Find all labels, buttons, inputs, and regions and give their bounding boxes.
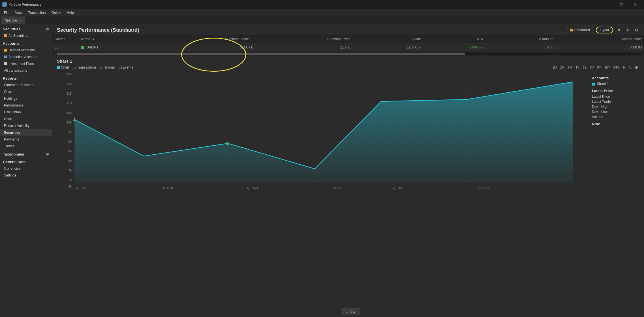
- time-2y[interactable]: 2Y: [582, 65, 587, 69]
- tab-bar: *test.xml ✕: [0, 16, 644, 24]
- maximize-button[interactable]: □: [615, 0, 628, 9]
- tab-close-icon[interactable]: ✕: [19, 19, 22, 22]
- time-5y[interactable]: 5Y: [597, 65, 602, 69]
- quote-up-icon: ▲: [418, 46, 421, 49]
- time-10y[interactable]: 10Y: [604, 65, 611, 69]
- add-taxonomies-button[interactable]: ⊕: [46, 152, 49, 156]
- time-1m[interactable]: 1M: [552, 65, 557, 69]
- col-header-name[interactable]: Name ▲ ↔: [79, 35, 176, 43]
- sidebar-item-all-securities[interactable]: All Securities: [0, 32, 52, 39]
- info-days-low: Day's Low: [592, 109, 639, 114]
- checkbox-trades[interactable]: □ Trades: [100, 65, 115, 69]
- menu-file[interactable]: File: [1, 10, 12, 16]
- resize-handle-pv[interactable]: ↔: [250, 37, 253, 41]
- note-label: Note: [592, 122, 639, 126]
- col-header-market-value[interactable]: Market Value: [556, 35, 644, 43]
- sidebar-item-performance[interactable]: Performance: [0, 102, 52, 109]
- minimize-button[interactable]: —: [602, 0, 615, 9]
- time-h[interactable]: H: [622, 65, 626, 69]
- app-title: Portfolio Performance: [8, 3, 602, 7]
- sidebar-item-chart-2[interactable]: Chart: [0, 116, 52, 122]
- sidebar: Securities ⊕ All Securities Accounts Dep…: [0, 24, 52, 317]
- chart-settings-button[interactable]: ⚙: [634, 65, 639, 70]
- sidebar-item-settings[interactable]: Settings: [0, 172, 52, 179]
- menu-help[interactable]: Help: [64, 10, 77, 16]
- view-icon: [570, 29, 573, 31]
- horizontal-scrollbar[interactable]: [52, 52, 644, 56]
- deposit-accounts-icon: [4, 49, 7, 52]
- securities-table: Shares Name ▲ ↔ Purchase Value ↔: [52, 35, 644, 52]
- menu-transaction[interactable]: Transaction: [25, 10, 48, 16]
- col-header-shares[interactable]: Shares: [52, 35, 79, 43]
- time-ytd[interactable]: YTD: [613, 65, 620, 69]
- year-filter-button[interactable]: 1 year: [596, 27, 613, 33]
- chart-container[interactable]: 125 120 115 110 105 100 95 90 85 80 75 7…: [57, 71, 587, 190]
- add-securities-button[interactable]: ⊕: [46, 27, 49, 31]
- all-securities-icon: [4, 34, 7, 37]
- sidebar-section-securities: Securities ⊕: [0, 24, 52, 32]
- chart-controls: ✓ Chart □ Transactions □ Trades □ Events: [57, 65, 644, 70]
- table-row[interactable]: 30 Share 1 3,300.00 110.00 120.00 ▲ 9.09: [52, 43, 644, 52]
- table-header-row: Shares Name ▲ ↔ Purchase Value ↔: [52, 35, 644, 43]
- cell-market-value: 3,600.00: [556, 43, 644, 52]
- svg-text:100: 100: [67, 121, 72, 124]
- tab-test-xml[interactable]: *test.xml ✕: [1, 16, 25, 24]
- scrollbar-track: [57, 53, 639, 55]
- info-volume: Volume: [592, 114, 639, 120]
- time-2m[interactable]: 2M: [560, 65, 565, 69]
- sidebar-item-all-transactions[interactable]: All transactions: [0, 67, 52, 74]
- download-button[interactable]: ⬇: [625, 27, 631, 33]
- close-button[interactable]: ✕: [629, 0, 642, 9]
- buy-icon: ▲: [346, 310, 348, 314]
- cb-trades-icon: □: [100, 66, 103, 69]
- cb-transactions-icon: □: [73, 66, 76, 69]
- sidebar-item-chart-1[interactable]: Chart: [0, 88, 52, 95]
- checkbox-chart[interactable]: ✓ Chart: [57, 65, 69, 69]
- buy-button[interactable]: ▲ Buy: [341, 309, 360, 315]
- menu-online[interactable]: Online: [48, 10, 64, 16]
- sidebar-item-securities-accounts[interactable]: Securities Accounts: [0, 54, 52, 60]
- col-header-purchase-value[interactable]: Purchase Value ↔: [176, 35, 256, 43]
- info-latest-price: Latest Price: [592, 94, 639, 99]
- time-3y[interactable]: 3Y: [589, 65, 594, 69]
- chart-title: Share 1: [57, 59, 644, 63]
- sidebar-item-securities-subsection[interactable]: Securities: [0, 129, 52, 136]
- time-1y[interactable]: 1Y: [575, 65, 580, 69]
- sidebar-item-return-volatility[interactable]: Return / Volatility: [0, 122, 52, 129]
- menu-view[interactable]: View: [12, 10, 25, 16]
- app-icon: [2, 2, 7, 7]
- time-period-controls: 1M 2M 6M 1Y 2Y 3Y 5Y 10Y YTD H A ⚙: [552, 65, 639, 70]
- checkbox-transactions[interactable]: □ Transactions: [73, 65, 96, 69]
- view-standaard-button[interactable]: Standaard: [567, 27, 593, 33]
- col-header-delta-amount[interactable]: Δ amount: [485, 35, 556, 43]
- sidebar-item-currencies[interactable]: Currencies: [0, 165, 52, 172]
- col-header-quote[interactable]: Quote: [353, 35, 423, 43]
- scrollbar-thumb[interactable]: [57, 53, 465, 55]
- sidebar-item-calculation[interactable]: Calculation: [0, 109, 52, 116]
- cell-delta-amount: 10.00: [485, 43, 556, 52]
- time-a[interactable]: A: [628, 65, 631, 69]
- sidebar-item-investment-plans[interactable]: Investment Plans: [0, 60, 52, 67]
- sidebar-item-trades[interactable]: Trades: [0, 143, 52, 150]
- sidebar-item-holdings[interactable]: Holdings: [0, 95, 52, 102]
- chart-info-sidebar: Accounts Share 1 Latest Price Latest Pri…: [587, 71, 644, 307]
- chart-main: 125 120 115 110 105 100 95 90 85 80 75 7…: [57, 71, 644, 307]
- latest-price-section: Latest Price: [592, 89, 639, 93]
- time-6m[interactable]: 6M: [567, 65, 573, 69]
- col-header-delta-pct[interactable]: Δ %: [423, 35, 485, 43]
- filter-button[interactable]: ▼: [616, 27, 622, 33]
- sidebar-item-payments[interactable]: Payments: [0, 136, 52, 143]
- col-header-purchase-price[interactable]: Purchase Price: [255, 35, 352, 43]
- info-share1: Share 1: [592, 81, 639, 86]
- resize-handle-name[interactable]: ↔: [96, 37, 99, 41]
- svg-text:110: 110: [67, 102, 72, 105]
- header-controls: Standaard 1 year ▼ ⬇ ⚙: [567, 27, 639, 33]
- svg-text:70: 70: [68, 179, 72, 182]
- sidebar-item-deposit-accounts[interactable]: Deposit Accounts: [0, 47, 52, 54]
- sidebar-item-statement-of-assets[interactable]: Statement of Assets: [0, 82, 52, 88]
- settings-button[interactable]: ⚙: [634, 27, 639, 33]
- svg-text:Q3 2021: Q3 2021: [332, 186, 344, 190]
- svg-text:80: 80: [68, 159, 72, 163]
- checkbox-events[interactable]: □ Events: [119, 65, 133, 69]
- window-controls: — □ ✕: [602, 0, 642, 9]
